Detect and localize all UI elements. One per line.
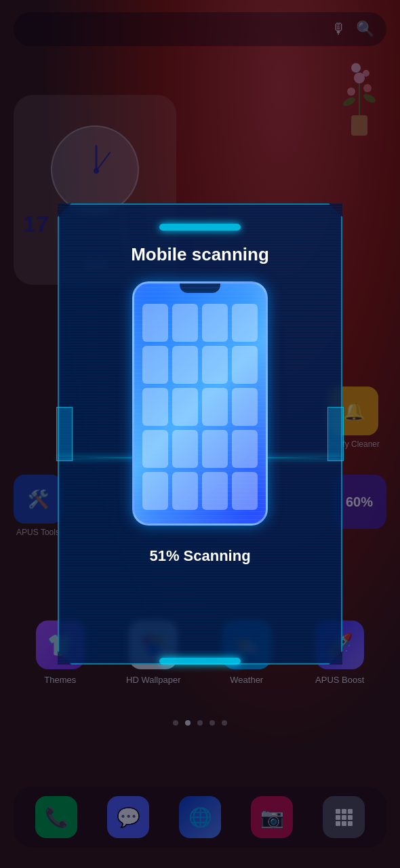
phone-mockup: [132, 281, 268, 526]
scan-progress-text: 51% Scanning: [149, 547, 250, 565]
scan-title: Mobile scanning: [131, 244, 269, 265]
scan-panel: Mobile scanning: [58, 203, 342, 665]
scan-top-bar: [159, 224, 241, 231]
scan-overlay: Mobile scanning: [0, 0, 400, 868]
scan-bottom-bar: [159, 658, 241, 665]
